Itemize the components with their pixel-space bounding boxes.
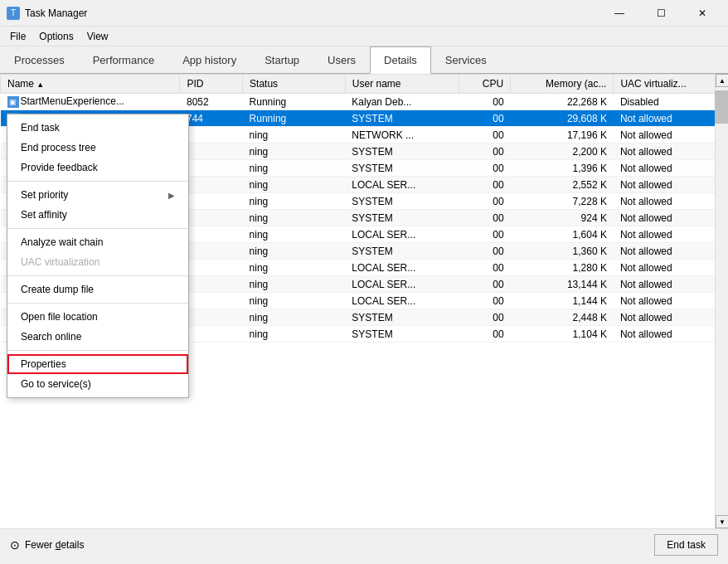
ctx-set-affinity[interactable]: Set affinity [7, 205, 188, 225]
ctx-end-process-tree[interactable]: End process tree [7, 138, 188, 158]
scrollbar-track: ▲ ▼ [715, 74, 728, 528]
scrollbar-down-button[interactable]: ▼ [716, 515, 728, 528]
table-row[interactable]: ▣StartMenuExperience... 8052 Running Kal… [1, 94, 728, 110]
cell-uac: Not allowed [614, 293, 728, 309]
col-header-status[interactable]: Status [243, 75, 346, 94]
scrollbar-thumb[interactable] [715, 90, 728, 124]
cell-memory: 22,268 K [511, 94, 614, 110]
cell-memory: 1,104 K [511, 326, 614, 343]
fewer-details-button[interactable]: ⊙ Fewer details [10, 538, 84, 552]
cell-cpu: 00 [459, 293, 511, 309]
scrollbar-up-button[interactable]: ▲ [716, 74, 728, 87]
cell-pid: 8052 [180, 94, 243, 110]
cell-pid: 744 [180, 110, 243, 127]
cell-uac: Disabled [614, 94, 728, 110]
end-task-button[interactable]: End task [654, 534, 718, 556]
cell-uac: Not allowed [614, 243, 728, 260]
cell-status: ning [243, 143, 346, 160]
cell-cpu: 00 [459, 326, 511, 343]
cell-memory: 1,396 K [511, 160, 614, 177]
col-header-uac[interactable]: UAC virtualiz... [614, 75, 728, 94]
close-button[interactable]: ✕ [683, 0, 721, 27]
cell-uac: Not allowed [614, 160, 728, 177]
cell-memory: 17,196 K [511, 127, 614, 143]
cell-uac: Not allowed [614, 260, 728, 276]
cell-status: ning [243, 326, 346, 343]
col-header-user[interactable]: User name [345, 75, 459, 94]
col-header-name[interactable]: Name ▲ [1, 75, 180, 94]
cell-status: ning [243, 193, 346, 210]
cell-user: LOCAL SER... [345, 260, 459, 276]
cell-cpu: 00 [459, 276, 511, 293]
cell-user: SYSTEM [345, 326, 459, 343]
cell-cpu: 00 [459, 309, 511, 326]
cell-status: ning [243, 293, 346, 309]
cell-user: SYSTEM [345, 309, 459, 326]
tab-processes[interactable]: Processes [0, 46, 79, 74]
ctx-sep-4 [7, 303, 188, 304]
cell-memory: 924 K [511, 210, 614, 226]
tab-apphistory[interactable]: App history [168, 46, 250, 74]
title-bar-controls: — ☐ ✕ [600, 0, 721, 27]
ctx-sep-5 [7, 350, 188, 351]
ctx-open-file-location[interactable]: Open file location [7, 307, 188, 327]
tab-performance[interactable]: Performance [79, 46, 168, 74]
ctx-sep-1 [7, 181, 188, 182]
cell-memory: 7,228 K [511, 193, 614, 210]
cell-pid [180, 243, 243, 260]
cell-uac: Not allowed [614, 326, 728, 343]
ctx-go-to-service[interactable]: Go to service(s) [7, 374, 188, 394]
cell-memory: 2,200 K [511, 143, 614, 160]
cell-memory: 1,604 K [511, 226, 614, 243]
cell-cpu: 00 [459, 243, 511, 260]
ctx-provide-feedback[interactable]: Provide feedback [7, 158, 188, 177]
maximize-button[interactable]: ☐ [642, 0, 680, 27]
cell-status: ning [243, 177, 346, 193]
ctx-search-online[interactable]: Search online [7, 327, 188, 347]
menu-options[interactable]: Options [32, 29, 80, 44]
ctx-end-task[interactable]: End task [7, 118, 188, 138]
app-icon: T [7, 7, 20, 20]
minimize-button[interactable]: — [600, 0, 638, 27]
cell-cpu: 00 [459, 226, 511, 243]
tab-startup[interactable]: Startup [250, 46, 313, 74]
tab-services[interactable]: Services [431, 46, 501, 74]
main-content: Name ▲ PID Status User name CPU Memory (… [0, 74, 728, 528]
cell-status: ning [243, 243, 346, 260]
cell-uac: Not allowed [614, 193, 728, 210]
cell-memory: 13,144 K [511, 276, 614, 293]
cell-user: LOCAL SER... [345, 293, 459, 309]
tab-users[interactable]: Users [313, 46, 370, 74]
cell-uac: Not allowed [614, 309, 728, 326]
cell-user: NETWORK ... [345, 127, 459, 143]
ctx-analyze-wait[interactable]: Analyze wait chain [7, 232, 188, 252]
ctx-uac-virtualization: UAC virtualization [7, 252, 188, 272]
cell-pid [180, 177, 243, 193]
ctx-create-dump[interactable]: Create dump file [7, 280, 188, 299]
fewer-details-label: Fewer details [25, 539, 84, 551]
col-header-memory[interactable]: Memory (ac... [511, 75, 614, 94]
ctx-set-priority[interactable]: Set priority ▶ [7, 185, 188, 205]
col-header-pid[interactable]: PID [180, 75, 243, 94]
cell-uac: Not allowed [614, 127, 728, 143]
cell-pid [180, 326, 243, 343]
cell-cpu: 00 [459, 260, 511, 276]
cell-uac: Not allowed [614, 143, 728, 160]
cell-memory: 2,552 K [511, 177, 614, 193]
tab-details[interactable]: Details [370, 46, 431, 74]
ctx-properties[interactable]: Properties [7, 354, 188, 374]
menu-file[interactable]: File [3, 29, 32, 44]
cell-cpu: 00 [459, 94, 511, 110]
cell-memory: 1,360 K [511, 243, 614, 260]
menu-view[interactable]: View [80, 29, 115, 44]
col-header-cpu[interactable]: CPU [459, 75, 511, 94]
tabs-bar: Processes Performance App history Startu… [0, 46, 728, 74]
cell-pid [180, 293, 243, 309]
cell-status: Running [243, 110, 346, 127]
cell-pid [180, 143, 243, 160]
cell-cpu: 00 [459, 110, 511, 127]
cell-user: LOCAL SER... [345, 177, 459, 193]
cell-cpu: 00 [459, 193, 511, 210]
cell-uac: Not allowed [614, 177, 728, 193]
cell-pid [180, 210, 243, 226]
